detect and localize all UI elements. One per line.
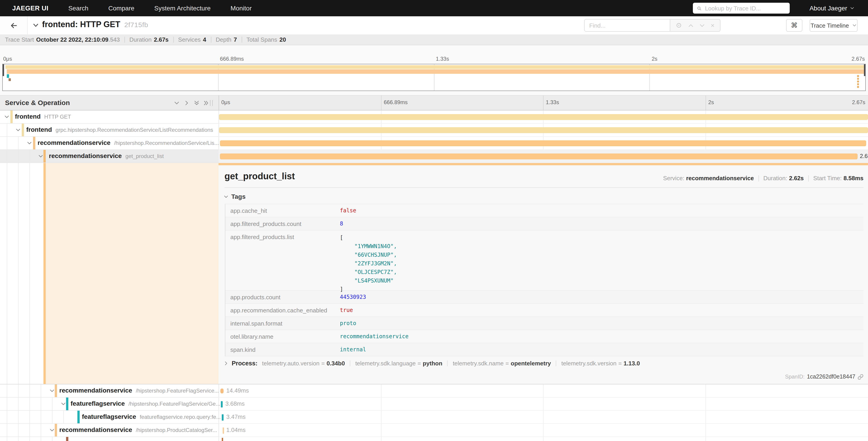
minimap-canvas[interactable] bbox=[2, 64, 866, 91]
span-timeline-row[interactable]: 14.49ms bbox=[219, 384, 868, 398]
span-id-value: 1ca2262df0e18447 bbox=[807, 374, 855, 380]
back-button[interactable] bbox=[0, 16, 28, 34]
about-jaeger-label: About Jaeger bbox=[809, 4, 847, 12]
span-bar[interactable] bbox=[220, 388, 223, 393]
span-timeline-row-partial[interactable] bbox=[219, 437, 868, 441]
tag-value: recommendationservice bbox=[340, 333, 408, 340]
trace-minimap: 0μs 666.89ms 1.33s 2s 2.67s bbox=[0, 45, 868, 95]
span-bar[interactable] bbox=[223, 427, 224, 434]
span-timeline-row[interactable] bbox=[219, 111, 868, 124]
nav-item-search[interactable]: Search bbox=[68, 4, 89, 12]
tag-row: app.filtered_products.list [ "1YMWWN1N4O… bbox=[225, 231, 864, 291]
timeline-header-row: Service & Operation 0μs 666.89ms 1.33s 2… bbox=[0, 95, 868, 111]
nav-item-compare[interactable]: Compare bbox=[108, 4, 134, 12]
trace-view-selector[interactable]: Trace Timeline bbox=[810, 19, 858, 32]
column-resizer-grip[interactable] bbox=[210, 100, 213, 106]
span-name-row[interactable]: featureflagservicefeatureflagservice.rep… bbox=[0, 411, 219, 424]
chevron-down-icon[interactable] bbox=[4, 114, 9, 120]
span-name-row[interactable]: recommendationservice/hipstershop.Produc… bbox=[0, 424, 219, 437]
tags-table: app.cache_hit false app.filtered_product… bbox=[225, 204, 864, 356]
chevron-down-icon[interactable] bbox=[38, 153, 43, 159]
span-service-operation: frontendgrpc.hipstershop.RecommendationS… bbox=[26, 126, 213, 133]
tag-row: app.cache_hit false bbox=[225, 204, 864, 217]
service-name: recommendationservice bbox=[59, 426, 132, 433]
span-timeline-row[interactable]: 3.68ms bbox=[219, 398, 868, 411]
tags-section-toggle[interactable]: Tags bbox=[223, 193, 246, 200]
list-item: "66VCHSJNUP", bbox=[340, 251, 397, 259]
find-input[interactable] bbox=[584, 19, 670, 32]
divider bbox=[124, 37, 125, 42]
focus-target-icon[interactable] bbox=[676, 22, 682, 29]
minimap-tick: 0μs bbox=[3, 56, 12, 62]
service-name: featureflagservice bbox=[82, 413, 136, 420]
process-value: python bbox=[423, 360, 442, 367]
span-timeline-row[interactable] bbox=[219, 137, 868, 150]
trace-title[interactable]: frontend: HTTP GET2f715fb bbox=[42, 20, 148, 29]
operation-name: /hipstershop.FeatureFlagService... bbox=[136, 388, 219, 394]
nav-item-monitor[interactable]: Monitor bbox=[230, 4, 252, 12]
chevron-down-icon[interactable] bbox=[16, 127, 21, 133]
command-icon: ⌘ bbox=[791, 21, 798, 29]
span-timeline-row[interactable] bbox=[219, 124, 868, 137]
chevron-down-icon[interactable] bbox=[61, 401, 66, 407]
clear-find-icon[interactable]: × bbox=[711, 22, 714, 29]
span-bar[interactable] bbox=[220, 140, 866, 146]
chevron-down-icon[interactable] bbox=[699, 22, 705, 28]
minimap-span-bar bbox=[857, 81, 859, 82]
deep-link-icon[interactable] bbox=[858, 374, 864, 380]
collapse-one-icon[interactable] bbox=[174, 100, 180, 106]
duration-label: Duration: bbox=[764, 175, 787, 182]
nav-item-system-architecture[interactable]: System Architecture bbox=[154, 4, 211, 12]
list-item: "1YMWWN1N4O", bbox=[340, 242, 397, 251]
span-name-row[interactable]: frontendHTTP GET bbox=[0, 111, 219, 124]
span-bar[interactable] bbox=[219, 114, 868, 120]
operation-name: HTTP GET bbox=[44, 114, 71, 120]
span-name-row-partial[interactable] bbox=[0, 437, 219, 441]
tree-guide-line bbox=[29, 398, 30, 410]
span-duration-label: 3.68ms bbox=[225, 400, 245, 407]
minimap-right-drag-handle[interactable] bbox=[864, 64, 865, 76]
process-value: opentelemetry bbox=[511, 360, 551, 367]
chevron-down-icon bbox=[850, 6, 855, 10]
span-bar[interactable] bbox=[221, 401, 222, 407]
collapse-all-icon[interactable] bbox=[194, 100, 199, 106]
tree-guide-line bbox=[18, 398, 19, 410]
span-bar[interactable] bbox=[220, 153, 858, 159]
trace-id-lookup-box[interactable] bbox=[693, 3, 789, 13]
bracket-open: [ bbox=[340, 234, 397, 242]
expand-one-icon[interactable] bbox=[184, 100, 190, 106]
span-bar[interactable] bbox=[221, 438, 223, 441]
service-name: frontend bbox=[15, 113, 41, 120]
jaeger-ui-logo[interactable]: JAEGER UI bbox=[12, 4, 49, 12]
chevron-down-icon[interactable] bbox=[27, 140, 32, 146]
tree-guide-line bbox=[7, 163, 7, 384]
service-color-bar bbox=[22, 124, 24, 136]
span-bar[interactable] bbox=[222, 414, 223, 420]
span-name-row[interactable]: recommendationservice/hipstershop.Recomm… bbox=[0, 137, 219, 150]
span-timeline-row-selected[interactable]: 2.62s bbox=[219, 150, 868, 163]
span-bar[interactable] bbox=[219, 127, 868, 133]
minimap-span-bar bbox=[7, 74, 9, 78]
span-name-row[interactable]: recommendationservice/hipstershop.Featur… bbox=[0, 384, 219, 398]
span-name-row-selected[interactable]: recommendationserviceget_product_list bbox=[0, 150, 219, 163]
tree-guide-line bbox=[7, 411, 7, 423]
span-timeline-row[interactable]: 3.47ms bbox=[219, 411, 868, 424]
span-duration-label: 3.47ms bbox=[226, 413, 246, 420]
tags-section-label: Tags bbox=[231, 193, 246, 200]
keyboard-shortcuts-button[interactable]: ⌘ bbox=[786, 19, 802, 32]
collapse-trace-chevron[interactable] bbox=[33, 22, 39, 29]
about-jaeger-menu[interactable]: About Jaeger bbox=[809, 4, 855, 12]
process-section-toggle[interactable]: Process: telemetry.auto.version = 0.34b0… bbox=[223, 360, 640, 367]
span-timeline-row[interactable]: 1.04ms bbox=[219, 424, 868, 437]
span-name-row[interactable]: featureflagservice/hipstershop.FeatureFl… bbox=[0, 398, 219, 411]
span-name-row[interactable]: frontendgrpc.hipstershop.RecommendationS… bbox=[0, 124, 219, 137]
tag-key: app.cache_hit bbox=[225, 207, 340, 214]
chevron-down-icon[interactable] bbox=[49, 388, 55, 393]
equals-sign: = bbox=[505, 360, 509, 367]
process-label: Process: bbox=[232, 360, 257, 367]
chevron-up-icon[interactable] bbox=[688, 22, 693, 28]
minimap-left-drag-handle[interactable] bbox=[3, 64, 4, 76]
trace-id-lookup-input[interactable] bbox=[704, 4, 785, 12]
expand-all-icon[interactable] bbox=[203, 100, 209, 106]
chevron-down-icon[interactable] bbox=[49, 428, 55, 433]
